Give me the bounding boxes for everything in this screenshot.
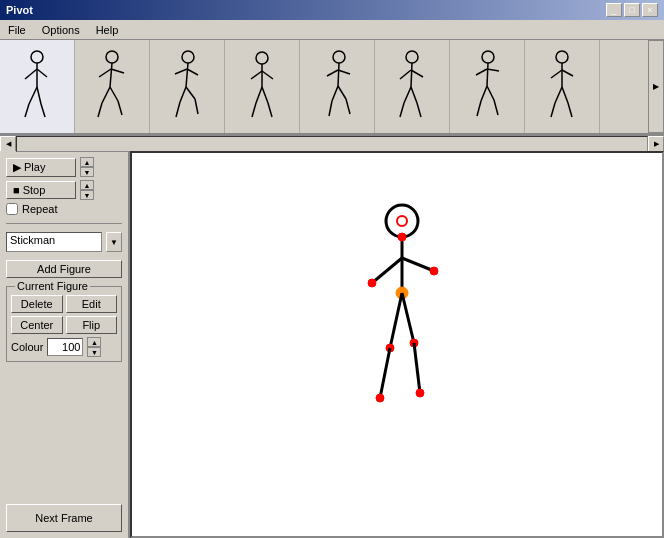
stop-row: ■ Stop ▲ ▼ bbox=[6, 180, 122, 200]
scroll-left-button[interactable]: ◀ bbox=[0, 136, 16, 152]
window-controls: _ □ × bbox=[606, 3, 658, 17]
svg-line-12 bbox=[102, 87, 110, 103]
svg-line-17 bbox=[186, 63, 188, 87]
scroll-right-button[interactable]: ▶ bbox=[648, 136, 664, 152]
horizontal-scrollbar[interactable]: ◀ ▶ bbox=[0, 135, 664, 151]
menu-help[interactable]: Help bbox=[92, 23, 123, 37]
scrollbar-track[interactable] bbox=[16, 136, 648, 152]
svg-line-11 bbox=[111, 69, 124, 73]
svg-line-26 bbox=[251, 71, 262, 79]
figure-select-row: Stickman ▼ bbox=[6, 232, 122, 252]
minimize-button[interactable]: _ bbox=[606, 3, 622, 17]
spin-down-2[interactable]: ▼ bbox=[80, 190, 94, 200]
delete-button[interactable]: Delete bbox=[11, 295, 63, 313]
thumbnail-1[interactable] bbox=[0, 40, 75, 133]
thumbnail-scroll-right[interactable]: ▶ bbox=[648, 40, 664, 133]
repeat-row: Repeat bbox=[6, 203, 122, 215]
spin-down-1[interactable]: ▼ bbox=[80, 167, 94, 177]
thumbnail-6[interactable] bbox=[375, 40, 450, 133]
colour-spin-down[interactable]: ▼ bbox=[87, 347, 101, 357]
svg-line-31 bbox=[268, 103, 272, 117]
svg-line-7 bbox=[41, 104, 45, 117]
figure-buttons-grid: Delete Edit Center Flip bbox=[11, 295, 117, 334]
add-figure-label: Add Figure bbox=[37, 263, 91, 275]
svg-line-77 bbox=[402, 293, 414, 343]
edit-button[interactable]: Edit bbox=[66, 295, 118, 313]
repeat-label: Repeat bbox=[22, 203, 57, 215]
groupbox-label: Current Figure bbox=[15, 280, 90, 292]
svg-line-46 bbox=[400, 103, 404, 117]
current-figure-group: Current Figure Delete Edit Center Flip C… bbox=[6, 286, 122, 362]
svg-line-63 bbox=[568, 103, 572, 117]
svg-line-23 bbox=[195, 99, 198, 114]
spin-up-2[interactable]: ▲ bbox=[80, 180, 94, 190]
svg-line-20 bbox=[180, 87, 186, 102]
svg-line-59 bbox=[562, 70, 573, 76]
svg-line-35 bbox=[338, 70, 350, 74]
thumbnail-strip: ▶ bbox=[0, 40, 664, 135]
thumbnail-8[interactable] bbox=[525, 40, 600, 133]
colour-row: Colour ▲ ▼ bbox=[11, 337, 117, 357]
window-title: Pivot bbox=[6, 4, 33, 16]
svg-line-27 bbox=[262, 71, 273, 79]
colour-label: Colour bbox=[11, 341, 43, 353]
thumbnail-7[interactable] bbox=[450, 40, 525, 133]
svg-line-54 bbox=[477, 101, 481, 116]
menu-options[interactable]: Options bbox=[38, 23, 84, 37]
svg-point-65 bbox=[397, 216, 407, 226]
play-row: ▶ Play ▲ ▼ bbox=[6, 157, 122, 177]
svg-line-5 bbox=[37, 87, 41, 104]
figure-dropdown-arrow[interactable]: ▼ bbox=[106, 232, 122, 252]
svg-point-76 bbox=[376, 394, 384, 402]
svg-line-61 bbox=[562, 87, 568, 103]
divider-1 bbox=[6, 223, 122, 224]
maximize-button[interactable]: □ bbox=[624, 3, 640, 17]
svg-line-44 bbox=[404, 87, 411, 103]
add-figure-button[interactable]: Add Figure bbox=[6, 260, 122, 278]
colour-spin-up[interactable]: ▲ bbox=[87, 337, 101, 347]
svg-line-70 bbox=[402, 258, 434, 271]
svg-point-24 bbox=[256, 52, 268, 64]
svg-line-38 bbox=[329, 101, 332, 116]
play-icon: ▶ bbox=[13, 161, 21, 174]
svg-line-42 bbox=[400, 70, 411, 79]
spin-up-1[interactable]: ▲ bbox=[80, 157, 94, 167]
svg-line-3 bbox=[37, 69, 47, 77]
play-button[interactable]: ▶ Play bbox=[6, 158, 76, 177]
svg-point-48 bbox=[482, 51, 494, 63]
repeat-checkbox[interactable] bbox=[6, 203, 18, 215]
play-label: Play bbox=[24, 161, 45, 173]
svg-line-10 bbox=[99, 69, 111, 77]
svg-point-71 bbox=[430, 267, 438, 275]
svg-line-43 bbox=[411, 70, 423, 77]
thumbnail-2[interactable] bbox=[75, 40, 150, 133]
svg-line-33 bbox=[338, 63, 339, 86]
svg-line-68 bbox=[372, 258, 402, 283]
svg-line-2 bbox=[25, 69, 37, 79]
thumbnail-4[interactable] bbox=[225, 40, 300, 133]
svg-line-79 bbox=[414, 343, 420, 393]
svg-point-40 bbox=[406, 51, 418, 63]
center-button[interactable]: Center bbox=[11, 316, 63, 334]
title-bar: Pivot _ □ × bbox=[0, 0, 664, 20]
menu-file[interactable]: File bbox=[4, 23, 30, 37]
thumbnail-5[interactable] bbox=[300, 40, 375, 133]
stop-button[interactable]: ■ Stop bbox=[6, 181, 76, 199]
thumbnail-3[interactable] bbox=[150, 40, 225, 133]
svg-point-8 bbox=[106, 51, 118, 63]
main-content: ▶ Play ▲ ▼ ■ Stop ▲ ▼ bbox=[0, 151, 664, 538]
svg-point-69 bbox=[368, 279, 376, 287]
svg-point-32 bbox=[333, 51, 345, 63]
svg-line-6 bbox=[25, 104, 29, 117]
canvas-area[interactable] bbox=[130, 151, 664, 538]
colour-input[interactable] bbox=[47, 338, 83, 356]
flip-button[interactable]: Flip bbox=[66, 316, 118, 334]
svg-line-18 bbox=[175, 69, 187, 74]
close-button[interactable]: × bbox=[642, 3, 658, 17]
svg-line-45 bbox=[411, 87, 417, 103]
svg-point-80 bbox=[416, 389, 424, 397]
svg-line-50 bbox=[476, 69, 487, 75]
figure-select[interactable]: Stickman bbox=[6, 232, 102, 252]
next-frame-button[interactable]: Next Frame bbox=[6, 504, 122, 532]
svg-line-21 bbox=[186, 87, 195, 99]
